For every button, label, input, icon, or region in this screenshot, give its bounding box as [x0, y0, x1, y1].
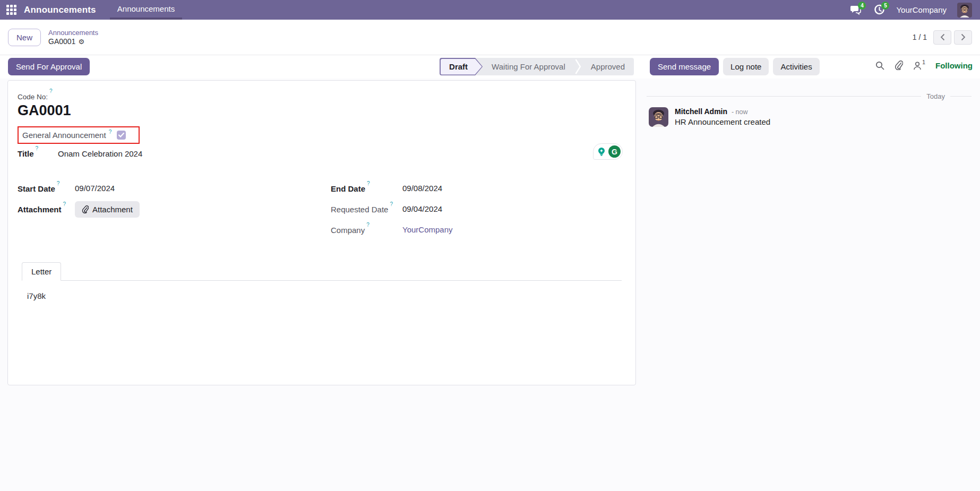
breadcrumb-parent[interactable]: Announcements	[48, 29, 98, 37]
messages-icon[interactable]: 4	[849, 4, 862, 16]
requested-date-value: 09/04/2024	[402, 204, 442, 213]
chatter-controls: Send message Log note Activities	[650, 58, 820, 75]
search-messages-icon[interactable]	[875, 61, 884, 70]
pager-previous-button[interactable]	[933, 30, 951, 45]
code-no-label: Code No:?	[18, 91, 622, 101]
apps-menu-icon[interactable]	[6, 5, 16, 15]
message-author-avatar[interactable]	[649, 107, 668, 127]
company-switcher[interactable]: YourCompany	[896, 5, 947, 14]
help-tooltip-marker: ?	[390, 201, 393, 207]
message-author[interactable]: Mitchell Admin	[675, 107, 727, 116]
chevron-right-icon	[961, 33, 966, 41]
new-button[interactable]: New	[8, 29, 41, 46]
pager-next-button[interactable]	[954, 30, 972, 45]
user-avatar[interactable]	[957, 3, 972, 18]
title-label: Title?	[18, 149, 58, 158]
help-tooltip-marker: ?	[63, 201, 66, 207]
breadcrumb-current: GA0001	[48, 37, 75, 46]
date-divider: Today	[647, 92, 972, 100]
notebook: Letter i7y8k	[22, 262, 635, 311]
checkmark-icon	[118, 133, 124, 137]
chatter-message: Mitchell Admin - now HR Announcement cre…	[647, 107, 972, 127]
tab-letter[interactable]: Letter	[22, 262, 61, 281]
avatar-image	[649, 107, 668, 127]
statusbar: Draft Waiting For Approval Approved	[440, 58, 634, 75]
chevron-left-icon	[940, 33, 945, 41]
general-announcement-highlight-box: General Announcement ?	[18, 126, 140, 144]
statusbar-step-approved[interactable]: Approved	[582, 58, 634, 75]
step-separator-icon	[574, 58, 582, 75]
help-tooltip-marker: ?	[109, 129, 112, 135]
requested-date-label: Requested Date?	[331, 204, 402, 214]
send-message-button[interactable]: Send message	[650, 58, 719, 75]
title-input[interactable]: Onam Celebration 2024	[58, 149, 142, 158]
company-label: Company?	[331, 225, 402, 235]
help-tooltip-marker: ?	[367, 180, 370, 186]
help-tooltip-marker: ?	[36, 145, 39, 151]
control-panel: New Announcements GA0001 ⚙ 1 / 1	[0, 20, 980, 55]
start-date-input[interactable]: 09/07/2024	[75, 184, 115, 193]
activities-icon[interactable]: 5	[873, 4, 886, 16]
messages-badge: 4	[858, 2, 866, 10]
start-date-label: Start Date?	[18, 184, 75, 193]
statusbar-step-waiting[interactable]: Waiting For Approval	[483, 58, 574, 75]
form-view: Code No:? GA0001 General Announcement ? …	[0, 79, 643, 491]
menu-announcements[interactable]: Announcements	[110, 0, 182, 20]
following-toggle[interactable]: Following	[935, 61, 973, 70]
attachment-upload-button[interactable]: Attachment	[75, 201, 140, 218]
message-text: HR Announcement created	[675, 117, 770, 126]
followers-icon[interactable]: 1	[913, 61, 925, 70]
end-date-input[interactable]: 09/08/2024	[402, 184, 442, 193]
statusbar-step-draft[interactable]: Draft	[440, 58, 483, 75]
follower-count: 1	[922, 59, 925, 65]
record-pager: 1 / 1	[913, 33, 927, 41]
letter-content-editor[interactable]: i7y8k	[22, 281, 622, 311]
send-for-approval-button[interactable]: Send For Approval	[8, 58, 90, 75]
help-tooltip-marker: ?	[57, 180, 60, 186]
form-sheet: Code No:? GA0001 General Announcement ? …	[7, 80, 636, 385]
action-row: Send For Approval Draft Waiting For Appr…	[0, 55, 980, 79]
app-title[interactable]: Announcements	[24, 5, 96, 15]
message-timestamp: - now	[732, 108, 748, 116]
log-note-button[interactable]: Log note	[723, 58, 769, 75]
breadcrumb: Announcements GA0001 ⚙	[48, 29, 98, 46]
activities-badge: 5	[881, 2, 889, 10]
avatar-image	[957, 3, 972, 18]
help-tooltip-marker: ?	[49, 88, 53, 94]
grammarly-widget: G	[593, 143, 623, 160]
grammarly-icon[interactable]: G	[608, 145, 621, 158]
general-announcement-checkbox[interactable]	[117, 131, 126, 140]
help-tooltip-marker: ?	[366, 222, 369, 228]
end-date-label: End Date?	[331, 184, 402, 193]
settings-gear-icon[interactable]: ⚙	[78, 38, 84, 46]
company-field[interactable]: YourCompany	[402, 225, 453, 234]
paperclip-icon	[82, 205, 89, 213]
activities-button[interactable]: Activities	[773, 58, 819, 75]
chatter-thread: Today Mitchell Admin - now	[643, 79, 980, 491]
top-navbar: Announcements Announcements 4 5 YourComp…	[0, 0, 980, 20]
attach-files-icon[interactable]	[895, 61, 903, 70]
code-no-value[interactable]: GA0001	[18, 102, 622, 119]
attachment-label: Attachment?	[18, 204, 75, 214]
general-announcement-label: General Announcement	[22, 131, 106, 140]
suggestion-bulb-icon[interactable]	[595, 145, 607, 158]
